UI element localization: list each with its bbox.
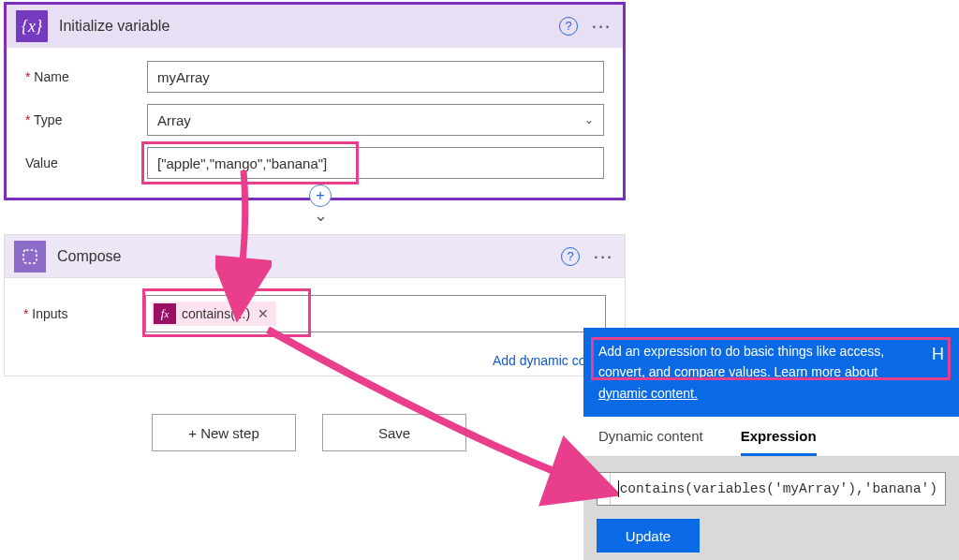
expression-panel: H Add an expression to do basic things l… — [583, 328, 959, 560]
inputs-label: * Inputs — [23, 306, 145, 321]
remove-pill-icon[interactable]: ✕ — [256, 306, 271, 321]
tab-dynamic-content[interactable]: Dynamic content — [598, 428, 703, 456]
inputs-field[interactable]: fx contains(...) ✕ — [145, 295, 606, 332]
pill-text: contains(...) — [182, 306, 250, 321]
expression-tabs: Dynamic content Expression — [583, 417, 959, 457]
type-select[interactable]: Array ⌄ — [147, 104, 604, 136]
initialize-variable-header[interactable]: {x} Initialize variable ? ··· — [7, 5, 623, 48]
arrow-down-icon: ⌄ — [307, 205, 333, 226]
name-input[interactable]: myArray — [147, 61, 604, 93]
name-label: * Name — [25, 69, 147, 84]
more-icon[interactable]: ··· — [591, 244, 615, 269]
help-icon[interactable]: ? — [559, 17, 578, 36]
card-title: Compose — [57, 248, 550, 265]
expression-pill[interactable]: fx contains(...) ✕ — [152, 302, 276, 326]
save-button[interactable]: Save — [322, 414, 466, 451]
compose-icon — [14, 241, 46, 273]
update-button[interactable]: Update — [597, 519, 700, 553]
value-input[interactable]: ["apple","mango","banana"] — [147, 147, 604, 179]
fx-icon: fx — [598, 473, 611, 505]
expression-input[interactable]: fx contains(variables('myArray'),'banana… — [597, 472, 946, 506]
chevron-down-icon: ⌄ — [584, 113, 594, 126]
expression-hint: H Add an expression to do basic things l… — [583, 328, 959, 417]
hide-icon[interactable]: H — [932, 341, 944, 368]
svg-rect-0 — [23, 250, 37, 263]
card-title: Initialize variable — [59, 18, 548, 35]
tab-expression[interactable]: Expression — [741, 428, 817, 456]
value-label: Value — [25, 155, 147, 170]
action-buttons: + New step Save — [152, 414, 466, 451]
add-step-icon[interactable]: + — [309, 184, 332, 207]
initialize-variable-card: {x} Initialize variable ? ··· * Name myA… — [4, 2, 626, 200]
connector: + ⌄ — [307, 184, 333, 226]
variable-icon: {x} — [16, 10, 48, 42]
compose-header[interactable]: Compose ? ··· — [5, 235, 625, 278]
fx-icon: fx — [154, 303, 176, 324]
compose-card: Compose ? ··· * Inputs fx contains(...) … — [4, 234, 626, 376]
type-label: * Type — [25, 112, 147, 127]
initialize-variable-body: * Name myArray * Type Array ⌄ Value ["ap… — [7, 48, 623, 198]
new-step-button[interactable]: + New step — [152, 414, 296, 451]
help-icon[interactable]: ? — [561, 247, 580, 266]
more-icon[interactable]: ··· — [589, 14, 613, 38]
